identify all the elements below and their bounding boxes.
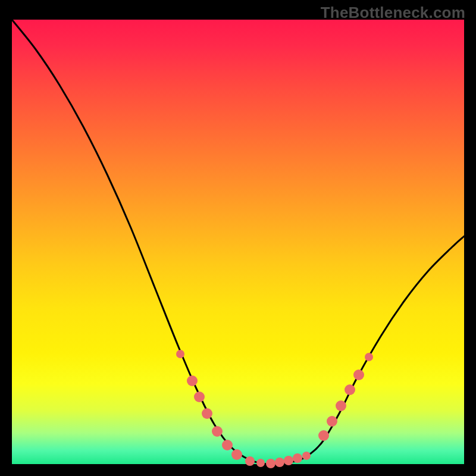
data-marker [231, 449, 242, 460]
data-marker [302, 452, 311, 460]
data-marker [212, 426, 223, 437]
plot-area [12, 20, 464, 464]
data-marker [318, 430, 329, 441]
data-marker [345, 384, 355, 395]
data-marker [202, 408, 212, 419]
chart-frame: TheBottleneck.com [0, 0, 476, 476]
data-marker [256, 459, 265, 467]
data-marker [336, 400, 346, 411]
marker-group [176, 350, 373, 468]
data-marker [327, 416, 337, 427]
data-marker [222, 440, 233, 450]
data-marker [245, 456, 255, 466]
data-marker [353, 369, 364, 380]
data-marker [365, 353, 373, 361]
data-marker [284, 456, 293, 465]
data-marker [266, 459, 275, 468]
data-marker [293, 453, 302, 463]
bottleneck-curve [12, 20, 464, 464]
data-marker [176, 350, 184, 358]
data-marker [275, 458, 284, 467]
chart-svg [12, 20, 464, 464]
data-marker [187, 375, 198, 386]
data-marker [194, 392, 205, 402]
